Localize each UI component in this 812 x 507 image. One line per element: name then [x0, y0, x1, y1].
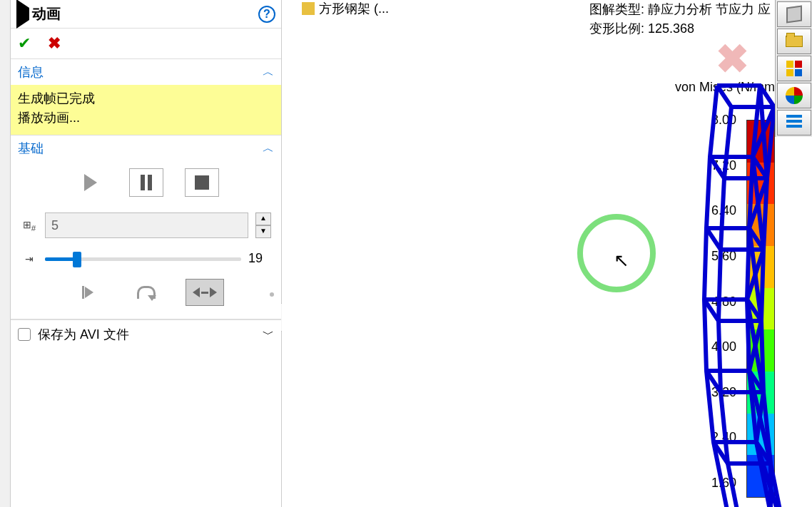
basic-header[interactable]: 基础 ︿	[11, 135, 281, 161]
loop-icon	[137, 286, 156, 299]
cursor-icon: ↖	[614, 250, 629, 272]
frame-spinner[interactable]: ▲ ▼	[255, 212, 271, 238]
svg-line-13	[706, 228, 721, 250]
close-plot-button[interactable]: ✖	[716, 36, 749, 82]
info-line1: 生成帧已完成	[18, 89, 274, 108]
speed-slider[interactable]	[45, 252, 241, 266]
help-button[interactable]: ?	[258, 6, 275, 23]
basic-section: 基础 ︿ ⊞# ▲ ▼	[11, 135, 281, 319]
play-button[interactable]	[73, 168, 108, 197]
basic-title: 基础	[18, 140, 263, 157]
frames-icon: ⊞#	[21, 219, 38, 232]
graphics-viewport[interactable]: 方形钢架 (... 图解类型: 静应力分析 节应力 应 变形比例: 125.36…	[282, 0, 812, 507]
speed-row: ⇥ 19	[21, 251, 271, 266]
list-icon	[786, 115, 802, 130]
save-avi-checkbox[interactable]	[18, 328, 31, 341]
chevron-up-icon: ︿	[263, 141, 274, 156]
right-toolbar	[775, 0, 812, 137]
plot-type-line: 图解类型: 静应力分析 节应力 应	[589, 0, 771, 19]
play-forward-icon	[82, 286, 93, 299]
loop-mode-row	[21, 279, 271, 306]
play-once-button[interactable]	[68, 279, 107, 306]
confirm-row: ✔ ✖	[11, 29, 281, 59]
info-title: 信息	[18, 63, 263, 81]
tool-layout-button[interactable]	[777, 56, 811, 81]
save-avi-row[interactable]: 保存为 AVI 文件 ﹀	[11, 319, 281, 349]
info-body: 生成帧已完成 播放动画...	[11, 85, 281, 135]
stop-button[interactable]	[185, 168, 219, 197]
grid-icon	[786, 61, 802, 76]
speed-icon: ⇥	[21, 253, 38, 265]
tool-open-button[interactable]	[777, 29, 811, 54]
play-icon	[16, 8, 29, 21]
playback-controls	[21, 168, 271, 197]
indicator-dot	[270, 292, 274, 297]
cube-icon	[786, 5, 802, 23]
reciprocate-button[interactable]	[186, 279, 224, 306]
panel-title: 动画	[32, 4, 258, 24]
frame-count-input[interactable]	[45, 212, 248, 238]
save-avi-label: 保存为 AVI 文件	[38, 326, 263, 343]
info-line2: 播放动画...	[18, 108, 274, 128]
chevron-down-icon: ﹀	[263, 327, 274, 342]
folder-icon	[786, 36, 803, 47]
tree-item-label: 方形钢架 (...	[319, 0, 389, 17]
info-section: 信息 ︿ 生成帧已完成 播放动画...	[11, 59, 281, 135]
speed-value: 19	[248, 251, 271, 266]
spin-down-icon[interactable]: ▼	[255, 225, 271, 238]
pause-button[interactable]	[129, 168, 163, 197]
click-highlight-ring	[577, 214, 656, 292]
part-icon	[302, 2, 315, 15]
tool-part-button[interactable]	[777, 1, 811, 27]
animation-panel: 动画 ? ✔ ✖ 信息 ︿ 生成帧已完成 播放动画... 基础 ︿	[11, 0, 282, 507]
slider-thumb[interactable]	[73, 252, 81, 267]
model-render	[667, 78, 810, 507]
frame-count-row: ⊞# ▲ ▼	[21, 212, 271, 238]
tool-list-button[interactable]	[777, 110, 811, 135]
loop-button[interactable]	[127, 279, 166, 306]
color-ball-icon	[786, 87, 803, 104]
ok-button[interactable]: ✔	[18, 34, 31, 53]
cancel-button[interactable]: ✖	[48, 34, 61, 53]
bidir-icon	[193, 287, 217, 297]
left-margin	[0, 0, 11, 507]
info-header[interactable]: 信息 ︿	[11, 59, 281, 85]
panel-header: 动画 ?	[11, 0, 281, 29]
chevron-up-icon: ︿	[263, 65, 274, 80]
svg-line-11	[710, 157, 724, 178]
tool-appearance-button[interactable]	[777, 83, 811, 108]
feature-tree-item[interactable]: 方形钢架 (...	[302, 0, 389, 17]
spin-up-icon[interactable]: ▲	[255, 212, 271, 225]
plot-info: 图解类型: 静应力分析 节应力 应 变形比例: 125.368	[589, 0, 771, 39]
